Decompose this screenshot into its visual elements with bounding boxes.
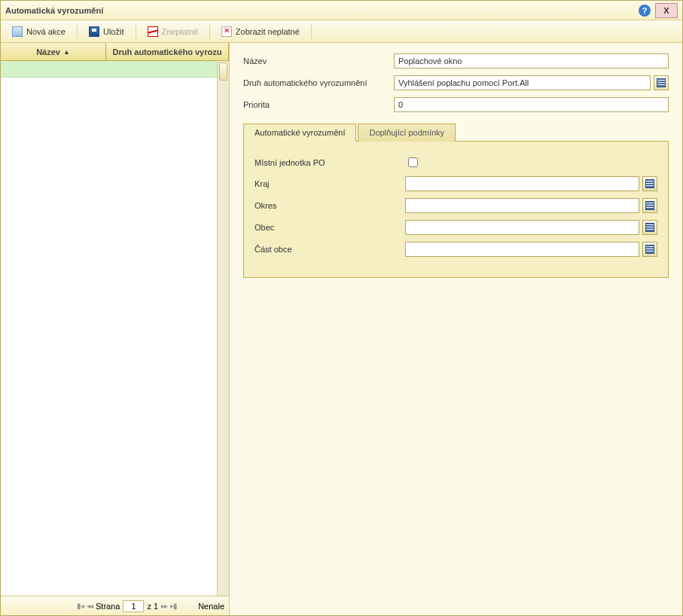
toolbar-separator xyxy=(311,24,312,39)
tab-panel-auto: Místní jednotka PO Kraj Okres xyxy=(243,141,669,278)
invalidate-label: Zneplatnit xyxy=(162,27,198,36)
close-button[interactable]: X xyxy=(655,3,678,18)
invalidate-button: Zneplatnit xyxy=(139,23,206,40)
tab1-label: Automatické vyrozumění xyxy=(255,128,345,137)
pager-page-input[interactable] xyxy=(123,600,144,612)
save-icon xyxy=(89,26,99,37)
show-invalid-label: Zobrazit neplatné xyxy=(236,27,300,36)
vertical-scrollbar[interactable] xyxy=(217,61,229,596)
okres-input[interactable] xyxy=(405,198,639,213)
obec-lookup-button[interactable] xyxy=(642,220,657,235)
window-title: Automatická vyrozumění xyxy=(5,6,103,15)
priorita-input[interactable] xyxy=(394,97,669,112)
tab-doplnujici-podminky[interactable]: Doplňující podmínky xyxy=(358,124,456,142)
okres-lookup-button[interactable] xyxy=(642,198,657,213)
new-icon xyxy=(12,26,23,37)
druh-lookup-button[interactable] xyxy=(654,75,669,90)
new-action-label: Nová akce xyxy=(26,27,66,36)
pager-last[interactable]: ▸▮ xyxy=(170,602,177,610)
show-invalid-button[interactable]: Zobrazit neplatné xyxy=(213,23,308,40)
druh-input[interactable] xyxy=(394,75,651,90)
mj-checkbox[interactable] xyxy=(408,157,418,167)
toolbar-separator xyxy=(136,24,136,39)
column-nazev-label: Název xyxy=(36,47,60,56)
help-icon[interactable]: ? xyxy=(639,5,651,17)
column-druh-label: Druh automatického vyrozu xyxy=(113,47,222,56)
column-nazev[interactable]: Název ▲ xyxy=(1,43,106,60)
pager-first[interactable]: ▮◂ xyxy=(77,602,84,610)
toolbar-separator xyxy=(209,24,210,39)
cast-obce-label: Část obce xyxy=(255,245,405,254)
pager: ▮◂ ◂◂ Strana z 1 ▸▸ ▸▮ Nenale xyxy=(1,596,229,615)
grid-body[interactable] xyxy=(1,61,229,596)
nazev-label: Název xyxy=(243,56,394,66)
toolbar-separator xyxy=(77,24,78,39)
nazev-input[interactable] xyxy=(394,53,669,69)
grid-header: Název ▲ Druh automatického vyrozu xyxy=(1,43,229,61)
kraj-input[interactable] xyxy=(405,176,639,191)
new-action-button[interactable]: Nová akce xyxy=(4,23,74,40)
pager-prev[interactable]: ◂◂ xyxy=(87,602,93,610)
mj-label: Místní jednotka PO xyxy=(255,158,405,167)
priorita-label: Priorita xyxy=(243,100,394,109)
kraj-lookup-button[interactable] xyxy=(642,176,657,191)
scrollbar-thumb[interactable] xyxy=(219,63,227,81)
show-invalid-icon xyxy=(221,26,232,37)
grid-pane: Název ▲ Druh automatického vyrozu ▮◂ ◂◂ … xyxy=(1,43,230,615)
tabstrip: Automatické vyrozumění Doplňující podmín… xyxy=(243,123,669,141)
kraj-label: Kraj xyxy=(255,179,405,188)
titlebar: Automatická vyrozumění ? X xyxy=(1,1,682,20)
cast-obce-lookup-button[interactable] xyxy=(642,242,657,257)
toolbar: Nová akce Uložit Zneplatnit Zobrazit nep… xyxy=(1,20,682,43)
obec-input[interactable] xyxy=(405,220,639,235)
save-label: Uložit xyxy=(103,27,124,36)
druh-label: Druh automatického vyrozumnění xyxy=(243,78,394,87)
save-button[interactable]: Uložit xyxy=(81,23,133,40)
pager-total-label: z 1 xyxy=(147,602,158,611)
column-druh[interactable]: Druh automatického vyrozu xyxy=(106,43,229,60)
tab-auto-vyrozumeni[interactable]: Automatické vyrozumění xyxy=(243,124,356,142)
table-row[interactable] xyxy=(1,61,229,78)
pager-strana-label: Strana xyxy=(96,602,120,611)
tab2-label: Doplňující podmínky xyxy=(369,128,444,137)
cast-obce-input[interactable] xyxy=(405,242,639,257)
sort-indicator: ▲ xyxy=(63,48,70,56)
okres-label: Okres xyxy=(255,201,405,210)
pager-status: Nenale xyxy=(198,602,224,611)
window: Automatická vyrozumění ? X Nová akce Ulo… xyxy=(0,0,683,616)
detail-pane: Název Druh automatického vyrozumnění Pri… xyxy=(230,43,682,615)
obec-label: Obec xyxy=(255,223,405,232)
pager-next[interactable]: ▸▸ xyxy=(161,602,167,610)
invalidate-icon xyxy=(148,26,158,37)
